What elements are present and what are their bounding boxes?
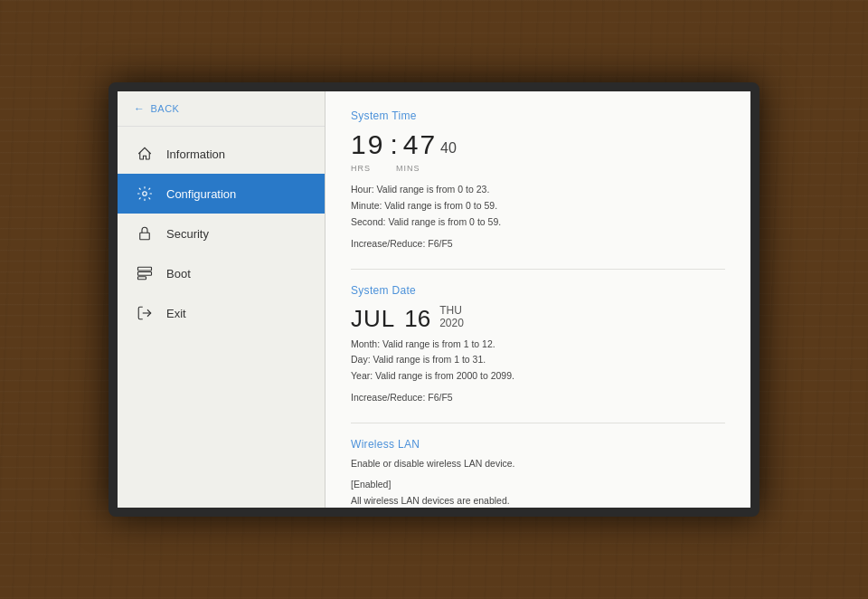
time-info: Hour: Valid range is from 0 to 23. Minut… <box>351 182 725 231</box>
time-colon: : <box>390 129 397 160</box>
wireless-lan-title: Wireless LAN <box>351 438 725 451</box>
sidebar-item-exit[interactable]: Exit <box>118 293 325 333</box>
system-time-section: System Time 19 : 47 40 HRS MINS Hour: Va… <box>351 109 725 249</box>
sidebar-item-information[interactable]: Information <box>118 134 325 174</box>
date-info: Month: Valid range is from 1 to 12. Day:… <box>351 337 725 385</box>
svg-rect-1 <box>140 233 150 240</box>
time-info-line1: Hour: Valid range is from 0 to 23. <box>351 182 725 198</box>
sidebar: ← BACK Information Configuration <box>118 91 326 508</box>
wireless-lan-description: Enable or disable wireless LAN device. <box>351 456 725 471</box>
time-info-line3: Second: Valid range is from 0 to 59. <box>351 214 725 231</box>
wireless-lan-section: Wireless LAN Enable or disable wireless … <box>351 438 725 508</box>
time-seconds: 40 <box>440 140 457 157</box>
sidebar-item-label: Exit <box>166 307 186 320</box>
svg-rect-3 <box>138 272 152 276</box>
back-arrow-icon: ← <box>134 102 146 115</box>
mins-label: MINS <box>396 164 420 173</box>
back-label: BACK <box>151 103 180 114</box>
system-date-section: System Date JUL 16 THU 2020 Month: Valid… <box>351 284 725 404</box>
date-display: JUL 16 THU 2020 <box>351 304 725 333</box>
lock-icon <box>136 224 154 242</box>
hrs-label: HRS <box>351 164 371 173</box>
date-info-line3: Year: Valid range is from 2000 to 2099. <box>351 368 725 385</box>
date-info-line1: Month: Valid range is from 1 to 12. <box>351 337 725 353</box>
time-minutes: 47 <box>403 129 437 160</box>
date-year: 2020 <box>439 317 464 329</box>
sidebar-item-configuration[interactable]: Configuration <box>118 174 325 214</box>
sidebar-item-boot[interactable]: Boot <box>118 253 325 293</box>
date-dow-year: THU 2020 <box>439 304 464 329</box>
nav-menu: Information Configuration Security <box>118 127 325 340</box>
date-day: 16 <box>404 305 430 333</box>
system-time-title: System Time <box>351 109 725 122</box>
system-date-title: System Date <box>351 284 725 297</box>
main-content: System Time 19 : 47 40 HRS MINS Hour: Va… <box>326 91 750 508</box>
time-increase-reduce: Increase/Reduce: F6/F5 <box>351 238 725 249</box>
svg-rect-2 <box>138 267 152 271</box>
configuration-icon <box>136 185 154 203</box>
sidebar-item-label: Information <box>166 147 225 161</box>
svg-point-0 <box>143 192 147 196</box>
divider-1 <box>351 269 725 270</box>
time-display: 19 : 47 40 <box>351 129 725 160</box>
date-info-line2: Day: Valid range is from 1 to 31. <box>351 352 725 368</box>
time-labels: HRS MINS <box>351 164 725 173</box>
home-icon <box>136 145 154 163</box>
date-month: JUL <box>351 305 395 333</box>
sidebar-item-label: Boot <box>166 267 191 280</box>
boot-icon <box>136 264 154 282</box>
date-dow: THU <box>439 304 464 317</box>
back-button[interactable]: ← BACK <box>118 91 325 127</box>
exit-icon <box>136 304 154 322</box>
svg-rect-4 <box>138 277 146 280</box>
wireless-enabled-label: [Enabled] <box>351 477 725 493</box>
time-hours: 19 <box>351 129 384 160</box>
wireless-lan-options: [Enabled] All wireless LAN devices are e… <box>351 477 725 508</box>
date-increase-reduce: Increase/Reduce: F6/F5 <box>351 392 725 403</box>
sidebar-item-security[interactable]: Security <box>118 214 325 253</box>
divider-2 <box>351 423 725 423</box>
sidebar-item-label: Security <box>166 227 209 241</box>
sidebar-item-label: Configuration <box>166 187 236 201</box>
time-info-line2: Minute: Valid range is from 0 to 59. <box>351 198 725 214</box>
wireless-enabled-desc: All wireless LAN devices are enabled. <box>351 493 725 508</box>
